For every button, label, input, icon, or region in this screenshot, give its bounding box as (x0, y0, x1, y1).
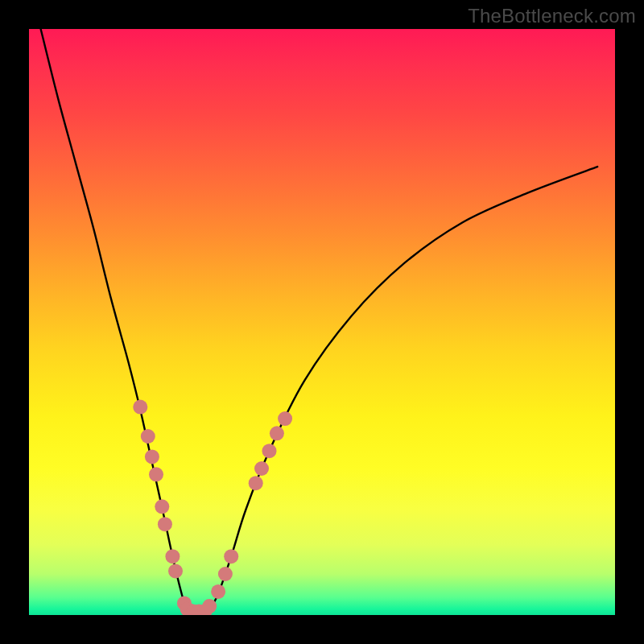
marker-point (218, 567, 233, 581)
marker-point (158, 517, 172, 531)
marker-point (211, 584, 225, 599)
plot-area (29, 29, 615, 615)
highlight-markers (133, 400, 292, 615)
marker-point (165, 549, 180, 564)
marker-point (262, 444, 277, 458)
marker-point (254, 461, 269, 476)
marker-point (202, 599, 217, 613)
bottleneck-curve (41, 29, 598, 613)
marker-point (155, 499, 169, 514)
marker-point (145, 449, 159, 464)
marker-point (141, 429, 155, 444)
marker-point (133, 400, 147, 415)
marker-point (278, 411, 292, 426)
curve-layer (29, 29, 615, 615)
marker-point (168, 564, 183, 578)
chart-frame: TheBottleneck.com (0, 0, 644, 644)
marker-point (149, 467, 163, 481)
marker-point (270, 426, 284, 440)
marker-point (224, 549, 238, 564)
marker-point (249, 476, 263, 490)
watermark-text: TheBottleneck.com (468, 5, 636, 27)
